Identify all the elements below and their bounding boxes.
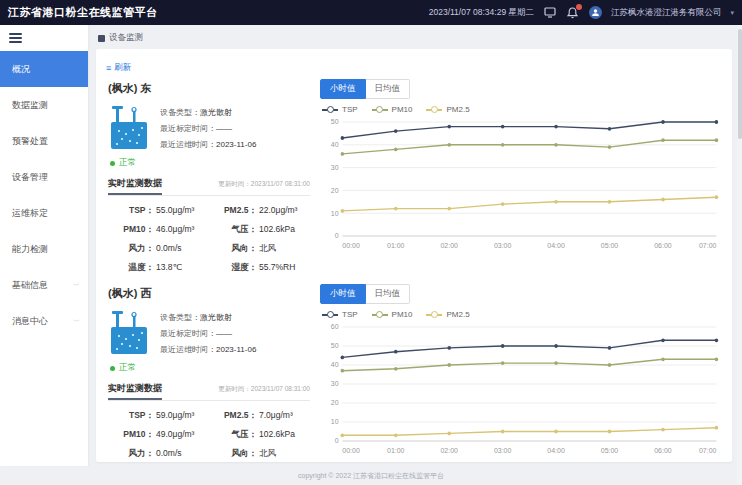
tsp-value: 59.0μg/m³ [156,410,194,422]
last-maintenance-label: 最近运维时间： [160,140,216,149]
last-maintenance-value: 2023-11-06 [216,140,256,149]
footer: copyright © 2022 江苏省港口粉尘在线监管平台 [0,466,742,485]
svg-text:50: 50 [331,117,339,126]
svg-text:07:00: 07:00 [699,446,716,455]
device-type-value: 激光散射 [200,108,232,117]
svg-text:00:00: 00:00 [342,241,359,250]
chart-tabs: 小时值 日均值 [320,79,722,99]
sidebar-item-device-management[interactable]: 设备管理 [0,159,88,195]
metrics-grid: TSP：59.0μg/m³ PM2.5：7.0μg/m³ PM10：49.0μg… [108,407,310,462]
vertical-scrollbar[interactable] [737,25,742,485]
device-type-label: 设备类型： [160,313,200,322]
svg-text:20: 20 [331,186,339,195]
svg-text:06:00: 06:00 [654,241,671,250]
legend-marker-icon [372,310,388,319]
tab-daily[interactable]: 日均值 [366,79,411,99]
update-time: 更新时间：2023/11/07 08:31:00 [218,385,310,394]
section-square-icon [98,35,105,42]
last-calibration-label: 最近标定时间： [160,124,216,133]
status-text: 正常 [119,157,136,169]
sidebar-item-ops-calibration[interactable]: 运维标定 [0,195,88,231]
scrollbar-thumb[interactable] [738,29,742,139]
last-calibration-value: —— [216,124,232,133]
svg-text:07:00: 07:00 [699,241,716,250]
device-title: (枫水) 东 [108,81,310,96]
device-section-east: (枫水) 东 [106,79,722,274]
legend-tsp[interactable]: TSP [322,105,358,114]
svg-text:10: 10 [331,417,339,426]
last-maintenance-label: 最近运维时间： [160,345,216,354]
svg-text:50: 50 [331,341,339,350]
legend-pm10[interactable]: PM10 [372,310,413,319]
pm25-value: 7.0μg/m³ [259,410,293,422]
sidebar-item-data-monitoring[interactable]: 数据监测 [0,87,88,123]
sidebar-item-message-center[interactable]: 消息中心﹀ [0,303,88,339]
sidebar-item-basic-info[interactable]: 基础信息﹀ [0,267,88,303]
line-chart-west: 010203040506000:0001:0002:0003:0004:0005… [320,321,722,457]
breadcrumb: 设备监测 [96,30,732,49]
dust-monitor-icon [108,309,150,357]
legend-tsp[interactable]: TSP [322,310,358,319]
svg-text:60: 60 [331,322,339,331]
svg-text:01:00: 01:00 [387,446,404,455]
status-dot [110,366,115,371]
wind-force-value: 0.0m/s [156,448,182,460]
fullscreen-monitor-icon[interactable] [543,6,557,20]
device-type-label: 设备类型： [160,108,200,117]
svg-text:03:00: 03:00 [494,446,511,455]
tsp-value: 55.0μg/m³ [156,205,194,217]
chevron-down-icon: ﹀ [73,317,80,325]
svg-text:04:00: 04:00 [547,241,564,250]
device-type-value: 激光散射 [200,313,232,322]
app-window: 江苏省港口粉尘在线监管平台 2023/11/07 08:34:29 星期二 江苏… [0,0,742,485]
legend-marker-icon [322,310,338,319]
sidebar-item-overview[interactable]: 概况 [0,51,88,87]
tab-daily[interactable]: 日均值 [366,284,411,304]
last-maintenance-value: 2023-11-06 [216,345,256,354]
humidity-value: 55.7%RH [259,262,295,274]
tab-hourly[interactable]: 小时值 [320,284,366,304]
status-dot [110,161,115,166]
pressure-value: 102.6kPa [259,224,295,236]
svg-text:30: 30 [331,379,339,388]
avatar-icon[interactable] [589,6,602,19]
hamburger-icon[interactable] [9,33,22,43]
sidebar: 概况 数据监测 预警处置 设备管理 运维标定 能力检测 基础信息﹀ 消息中心﹀ [0,25,88,466]
realtime-data-title: 实时监测数据 [108,177,162,195]
svg-text:30: 30 [331,163,339,172]
app-title: 江苏省港口粉尘在线监管平台 [8,5,158,20]
legend-marker-icon [322,105,338,114]
legend-marker-icon [426,105,442,114]
metrics-grid: TSP：55.0μg/m³ PM2.5：22.0μg/m³ PM10：46.0μ… [108,202,310,274]
chevron-down-icon: ﹀ [73,281,80,289]
legend-pm25[interactable]: PM2.5 [426,310,469,319]
main-content: 设备监测 ≡ 刷新 (枫水) 东 [88,25,742,466]
company-name[interactable]: 江苏枫水港澄江港务有限公司 [611,7,722,19]
tab-hourly[interactable]: 小时值 [320,79,366,99]
svg-text:05:00: 05:00 [601,241,618,250]
top-header: 江苏省港口粉尘在线监管平台 2023/11/07 08:34:29 星期二 江苏… [0,0,742,25]
line-chart-east: 0102030405000:0001:0002:0003:0004:0005:0… [320,116,722,252]
refresh-button[interactable]: ≡ 刷新 [106,62,131,74]
legend-pm25[interactable]: PM2.5 [426,105,469,114]
svg-text:01:00: 01:00 [387,241,404,250]
status-text: 正常 [119,362,136,374]
svg-text:02:00: 02:00 [440,446,457,455]
bell-icon[interactable] [566,6,580,20]
wind-force-value: 0.0m/s [156,243,182,255]
realtime-data-title: 实时监测数据 [108,382,162,400]
sidebar-item-alert-handling[interactable]: 预警处置 [0,123,88,159]
monitoring-panel: ≡ 刷新 (枫水) 东 [96,49,732,462]
temperature-value: 13.8℃ [156,262,182,274]
pm25-value: 22.0μg/m³ [259,205,297,217]
last-calibration-label: 最近标定时间： [160,329,216,338]
refresh-icon: ≡ [106,63,111,73]
svg-text:05:00: 05:00 [601,446,618,455]
last-calibration-value: —— [216,329,232,338]
legend-pm10[interactable]: PM10 [372,105,413,114]
breadcrumb-label: 设备监测 [109,32,143,44]
svg-text:0: 0 [335,231,339,240]
chart-legend: TSP PM10 PM2.5 [322,105,722,114]
pm10-value: 46.0μg/m³ [156,224,194,236]
sidebar-item-capability-test[interactable]: 能力检测 [0,231,88,267]
